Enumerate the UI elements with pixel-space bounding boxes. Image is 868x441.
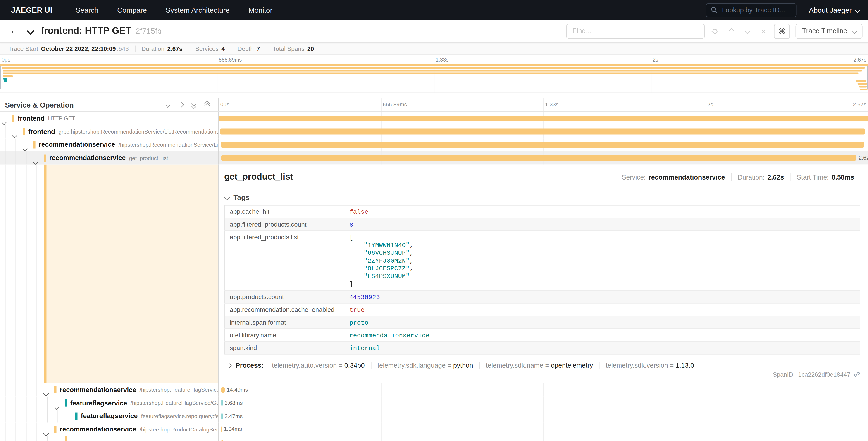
span-bar[interactable] xyxy=(221,387,224,393)
back-button[interactable]: ← xyxy=(5,25,23,37)
copy-link-icon[interactable] xyxy=(854,371,860,378)
span-id-label: SpanID: xyxy=(773,371,795,378)
span-timeline-cell[interactable]: 1.04ms xyxy=(219,423,868,436)
trace-id-short: 2f715fb xyxy=(136,27,161,35)
minimap-span-bar xyxy=(3,78,7,80)
nav-item-compare[interactable]: Compare xyxy=(117,6,147,14)
span-tree-cell[interactable]: recommendationservice/hipstershop.Produc… xyxy=(0,423,219,436)
span-bar[interactable] xyxy=(221,426,222,432)
nav-item-search[interactable]: Search xyxy=(75,6,98,14)
chevron-down-icon[interactable] xyxy=(34,156,37,165)
trace-id-search-input[interactable] xyxy=(721,5,792,14)
locate-span-icon[interactable] xyxy=(711,27,719,35)
chevron-down-icon[interactable] xyxy=(23,143,27,151)
span-row[interactable]: recommendationservice/hipstershop.Recomm… xyxy=(0,138,868,151)
span-timeline-cell[interactable]: 3.47ms xyxy=(219,410,868,423)
chevron-down-icon xyxy=(855,7,860,12)
span-row[interactable] xyxy=(0,436,868,441)
chevron-down-icon[interactable] xyxy=(13,129,16,138)
summary-item: Total Spans20 xyxy=(266,45,320,52)
span-duration-label: 1.04ms xyxy=(224,426,242,432)
minimap-left-handle[interactable] xyxy=(0,66,1,89)
collapse-all-icon[interactable] xyxy=(192,102,196,107)
indent-guide xyxy=(16,138,16,151)
span-bar[interactable] xyxy=(220,128,865,135)
span-tree-cell[interactable]: frontendgrpc.hipstershop.RecommendationS… xyxy=(0,125,219,138)
tag-row: app.filtered_products.list["1YMWWN1N4O",… xyxy=(224,231,860,290)
tag-row: app.cache_hitfalse xyxy=(224,205,860,218)
span-tree-cell[interactable]: featureflagservicefeatureflagservice.rep… xyxy=(0,410,219,423)
span-row[interactable]: recommendationservice/hipstershop.Featur… xyxy=(0,383,868,396)
trace-minimap[interactable] xyxy=(0,62,868,93)
indent-guide xyxy=(16,396,16,410)
span-detail-tree-column xyxy=(0,165,219,383)
span-timeline-cell[interactable] xyxy=(219,138,868,151)
span-tree-cell[interactable]: recommendationservice/hipstershop.Featur… xyxy=(0,383,219,396)
span-timeline-cell[interactable]: 3.68ms xyxy=(219,396,868,410)
minimap-right-handle[interactable] xyxy=(867,66,868,89)
nav-item-system-architecture[interactable]: System Architecture xyxy=(166,6,230,14)
chevron-down-icon[interactable] xyxy=(2,116,6,125)
span-tree-cell[interactable] xyxy=(0,436,219,441)
span-tree-cell[interactable]: recommendationserviceget_product_list xyxy=(0,151,219,164)
chevron-down-icon[interactable] xyxy=(44,388,48,396)
span-bar[interactable] xyxy=(221,413,222,419)
trace-id-search[interactable] xyxy=(706,3,797,17)
span-id-row: SpanID: 1ca2262df0e18447 xyxy=(773,371,860,378)
indent-guide xyxy=(26,383,27,396)
span-row[interactable]: featureflagservicefeatureflagservice.rep… xyxy=(0,410,868,423)
indent-guide xyxy=(5,125,5,138)
span-bar[interactable] xyxy=(221,400,222,406)
span-timeline-cell[interactable]: 2.62s xyxy=(219,151,868,164)
prev-result-icon[interactable] xyxy=(727,27,735,35)
service-color-strip xyxy=(65,399,67,407)
expand-all-icon[interactable] xyxy=(205,102,209,107)
indent-guide xyxy=(5,396,5,410)
keyboard-shortcuts-button[interactable]: ⌘ xyxy=(774,24,790,38)
jaeger-logo[interactable]: JAEGER UI xyxy=(11,6,52,14)
collapse-one-icon[interactable] xyxy=(166,103,170,107)
process-section-toggle[interactable]: Process: telemetry.auto.version = 0.34b0… xyxy=(224,362,860,370)
span-row[interactable]: frontendgrpc.hipstershop.RecommendationS… xyxy=(0,125,868,138)
span-row[interactable]: recommendationservice/hipstershop.Produc… xyxy=(0,423,868,436)
tag-value: 8 xyxy=(344,218,860,231)
span-bar[interactable] xyxy=(221,439,223,441)
trace-collapse-toggle[interactable] xyxy=(28,26,33,36)
span-tree-cell[interactable]: recommendationservice/hipstershop.Recomm… xyxy=(0,138,219,151)
span-timeline-cell[interactable] xyxy=(219,125,868,138)
indent-guide xyxy=(47,436,48,441)
expand-one-icon[interactable] xyxy=(179,103,183,107)
indent-guide xyxy=(36,410,37,423)
find-input[interactable] xyxy=(566,24,705,38)
service-name: recommendationservice xyxy=(60,425,136,433)
nav-item-monitor[interactable]: Monitor xyxy=(248,6,273,14)
trace-view-selector[interactable]: Trace Timeline xyxy=(795,24,862,38)
top-nav: JAEGER UI SearchCompareSystem Architectu… xyxy=(0,0,868,20)
span-row[interactable]: featureflagservice/hipstershop.FeatureFl… xyxy=(0,396,868,410)
span-tree-cell[interactable]: frontendHTTP GET xyxy=(0,112,219,125)
process-tag: telemetry.sdk.language = python xyxy=(371,362,479,370)
indent-guide xyxy=(47,410,48,423)
trace-controls: × ⌘ Trace Timeline xyxy=(566,24,863,38)
span-timeline-cell[interactable] xyxy=(219,436,868,441)
next-result-icon[interactable] xyxy=(744,27,751,35)
span-bar[interactable] xyxy=(219,115,868,121)
span-tree-cell[interactable]: featureflagservice/hipstershop.FeatureFl… xyxy=(0,396,219,410)
indent-guide xyxy=(36,383,37,396)
search-icon xyxy=(711,6,717,13)
spacer xyxy=(0,93,868,98)
span-bar[interactable] xyxy=(221,155,857,161)
span-row[interactable]: frontendHTTP GET xyxy=(0,112,868,125)
indent-guide xyxy=(26,423,27,436)
indent-guide xyxy=(5,423,5,436)
span-bar[interactable] xyxy=(221,142,864,148)
tag-key: app.filtered_products.list xyxy=(224,231,344,290)
chevron-down-icon[interactable] xyxy=(55,401,58,410)
span-row[interactable]: recommendationserviceget_product_list2.6… xyxy=(0,151,868,164)
span-timeline-cell[interactable] xyxy=(219,112,868,125)
tags-section-toggle[interactable]: Tags xyxy=(225,193,860,202)
about-jaeger-menu[interactable]: About Jaeger xyxy=(809,6,859,14)
span-timeline-cell[interactable]: 14.49ms xyxy=(219,383,868,396)
clear-search-icon[interactable]: × xyxy=(760,27,767,35)
chevron-down-icon[interactable] xyxy=(44,427,48,436)
